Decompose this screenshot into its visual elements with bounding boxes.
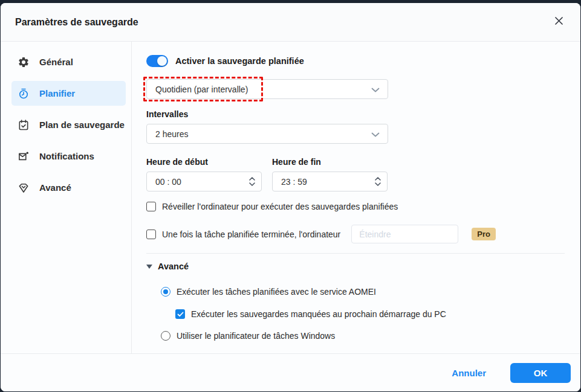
start-time-value: 00 : 00 <box>155 177 181 187</box>
end-time-label: Heure de fin <box>272 157 388 167</box>
chevron-down-icon <box>375 182 381 186</box>
sidebar-item-plan-de-sauvegarde[interactable]: Plan de sauvegarde <box>11 112 126 137</box>
stopwatch-icon <box>18 88 30 100</box>
chevron-down-icon <box>371 129 380 139</box>
close-button[interactable] <box>550 14 567 31</box>
cancel-button[interactable]: Annuler <box>452 368 486 378</box>
wake-computer-checkbox[interactable] <box>146 202 156 211</box>
sidebar-item-label: Général <box>39 57 73 67</box>
ok-button[interactable]: OK <box>510 363 571 383</box>
windows-scheduler-radio[interactable] <box>161 331 170 341</box>
calendar-check-icon <box>18 119 30 131</box>
chevron-up-icon <box>249 177 255 181</box>
shutdown-action-select[interactable] <box>351 225 458 243</box>
close-icon <box>554 16 563 28</box>
advanced-section-label: Avancé <box>158 262 189 271</box>
end-time-value: 23 : 59 <box>281 177 307 187</box>
intervals-select[interactable]: 2 heures <box>146 124 388 144</box>
after-task-checkbox[interactable] <box>146 230 156 239</box>
sidebar-item-avance[interactable]: Avancé <box>11 175 126 200</box>
frequency-select-value: Quotidien (par intervalle) <box>155 85 248 94</box>
enable-schedule-label: Activer la sauvegarde planifiée <box>175 56 304 66</box>
intervals-label: Intervalles <box>146 109 565 119</box>
aomei-service-label: Exécuter les tâches planifiées avec le s… <box>177 287 376 297</box>
intervals-select-value: 2 heures <box>155 129 188 139</box>
wake-computer-label: Réveiller l'ordinateur pour exécuter des… <box>162 202 398 211</box>
spinner-arrows[interactable] <box>375 177 381 186</box>
badge-icon <box>18 182 30 194</box>
sidebar-item-planifier[interactable]: Planifier <box>11 81 126 106</box>
sidebar-item-notifications[interactable]: Notifications <box>11 144 126 169</box>
check-icon <box>177 312 184 317</box>
dialog-header: Paramètres de sauvegarde <box>1 3 580 42</box>
backup-settings-dialog: Paramètres de sauvegarde Général <box>1 3 580 391</box>
mail-dot-icon <box>18 150 30 162</box>
section-divider <box>146 253 565 254</box>
chevron-up-icon <box>375 177 381 181</box>
sidebar-item-label: Avancé <box>39 182 71 193</box>
missed-backup-label: Exécuter les sauvegardes manquées au pro… <box>191 309 446 319</box>
collapse-triangle-icon <box>146 265 152 269</box>
toggle-knob <box>157 56 167 66</box>
spinner-arrows[interactable] <box>249 177 255 186</box>
chevron-down-icon <box>249 182 255 186</box>
advanced-section-header[interactable]: Avancé <box>146 262 565 271</box>
end-time-spinner[interactable]: 23 : 59 <box>272 172 388 191</box>
sidebar-item-label: Planifier <box>39 88 75 98</box>
dialog-title: Paramètres de sauvegarde <box>15 17 138 28</box>
start-time-spinner[interactable]: 00 : 00 <box>146 172 262 191</box>
schedule-settings-panel: Activer la sauvegarde planifiée Quotidie… <box>132 42 580 353</box>
enable-schedule-toggle[interactable] <box>146 55 168 67</box>
settings-sidebar: Général Planifier <box>1 42 132 353</box>
frequency-select[interactable]: Quotidien (par intervalle) <box>146 79 388 99</box>
sidebar-item-label: Plan de sauvegarde <box>39 120 125 130</box>
sidebar-item-general[interactable]: Général <box>11 50 126 74</box>
sidebar-item-label: Notifications <box>39 151 94 161</box>
aomei-service-radio[interactable] <box>161 287 170 297</box>
after-task-label: Une fois la tâche planifiée terminée, l'… <box>162 230 340 239</box>
start-time-label: Heure de début <box>146 157 262 167</box>
dialog-footer: Annuler OK <box>1 353 580 391</box>
windows-scheduler-label: Utiliser le planificateur de tâches Wind… <box>177 331 335 341</box>
chevron-down-icon <box>371 85 380 94</box>
pro-badge: Pro <box>472 228 496 240</box>
missed-backup-checkbox[interactable] <box>175 309 185 319</box>
gear-icon <box>18 56 30 68</box>
